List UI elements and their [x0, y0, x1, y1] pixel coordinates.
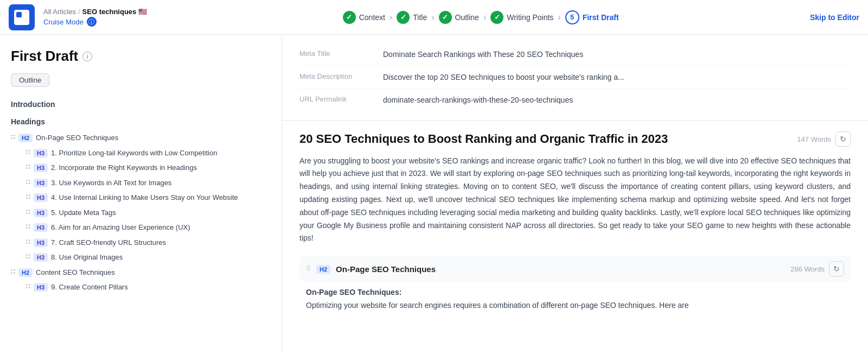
step-title-label: Title: [413, 13, 427, 22]
step-context-label: Context: [359, 13, 385, 22]
meta-title-value: Dominate Search Rankings with These 20 S…: [383, 49, 583, 60]
introduction-section: Introduction: [11, 100, 271, 109]
section-word-count-area: 286 Words ↻: [790, 261, 844, 276]
drag-handle[interactable]: [26, 282, 30, 288]
h3-badge: H3: [34, 238, 48, 247]
outline-button[interactable]: Outline: [11, 73, 49, 87]
step-arrow-1: ›: [390, 12, 392, 22]
h3-badge: H3: [34, 179, 48, 187]
outline-item-h3-6[interactable]: H3 6. Aim for an Amazing User Experience…: [11, 220, 271, 235]
cruise-mode-button[interactable]: Cruise Mode ⓘ: [43, 17, 147, 27]
outline-item-text: On-Page SEO Techniques: [36, 133, 118, 143]
step-outline-label: Outline: [455, 13, 479, 22]
meta-title-row: Meta Title Dominate Search Rankings with…: [299, 43, 851, 66]
h2-badge: H2: [18, 134, 33, 142]
outline-item-h3-8[interactable]: H3 8. Use Original Images: [11, 250, 271, 265]
meta-description-row: Meta Description Discover the top 20 SEO…: [299, 66, 851, 89]
steps-bar: ✓ Context › ✓ Title › ✓ Outline › ✓ Writ…: [160, 10, 801, 24]
article-title: 20 SEO Techniques to Boost Ranking and O…: [299, 131, 668, 147]
outline-item-text: 4. Use Internal Linking to Make Users St…: [51, 192, 238, 203]
outline-item-h3-1[interactable]: H3 1. Prioritize Long-tail Keywords with…: [11, 146, 271, 161]
drag-handle[interactable]: [26, 178, 30, 184]
drag-handle[interactable]: [26, 207, 30, 214]
step-first-draft-label: First Draft: [583, 13, 619, 22]
outline-item-text: Content SEO Techniques: [36, 267, 115, 278]
step-title[interactable]: ✓ Title: [397, 11, 427, 24]
h3-badge: H3: [34, 149, 48, 157]
drag-handle[interactable]: [26, 222, 30, 229]
headings-section: Headings H2 On-Page SEO Techniques H3 1.…: [11, 117, 271, 295]
step-writing-points[interactable]: ✓ Writing Points: [490, 11, 553, 24]
outline-item-h2-onpage[interactable]: H2 On-Page SEO Techniques: [11, 130, 271, 146]
step-outline-check: ✓: [439, 11, 452, 24]
step-context[interactable]: ✓ Context: [343, 11, 385, 24]
main-layout: First Draft i Outline Introduction Headi…: [0, 35, 868, 353]
section-h2-title: On-Page SEO Techniques: [336, 264, 436, 274]
outline-item-h3-9[interactable]: H3 9. Create Content Pillars: [11, 280, 271, 295]
outline-item-text: 5. Update Meta Tags: [51, 207, 116, 218]
step-arrow-3: ›: [483, 12, 486, 22]
h2-badge: H2: [18, 268, 33, 277]
drag-handle[interactable]: [26, 162, 30, 169]
outline-item-h3-2[interactable]: H3 2. Incorporate the Right Keywords in …: [11, 160, 271, 175]
refresh-button[interactable]: ↻: [835, 131, 851, 147]
h3-badge: H3: [34, 209, 48, 217]
section-block-onpage: ⠿ H2 On-Page SEO Techniques 286 Words ↻ …: [299, 256, 851, 312]
current-article: SEO techniques: [82, 8, 137, 16]
h3-badge: H3: [34, 253, 48, 262]
outline-item-h3-5[interactable]: H3 5. Update Meta Tags: [11, 205, 271, 220]
word-count: 147 Words: [797, 135, 831, 143]
outline-item-h3-3[interactable]: H3 3. Use Keywords in Alt Text for Image…: [11, 175, 271, 191]
drag-handle[interactable]: [11, 133, 15, 139]
info-icon[interactable]: i: [82, 52, 92, 61]
meta-section: Meta Title Dominate Search Rankings with…: [282, 35, 868, 121]
drag-handle[interactable]: [26, 252, 30, 259]
meta-url-value: dominate-search-rankings-with-these-20-s…: [383, 94, 573, 106]
outline-item-text: 7. Craft SEO-friendly URL Structures: [51, 237, 166, 248]
outline-item-h2-content[interactable]: H2 Content SEO Techniques: [11, 265, 271, 280]
step-arrow-2: ›: [431, 12, 434, 22]
intro-paragraph: Are you struggling to boost your website…: [299, 155, 851, 245]
section-header: ⠿ H2 On-Page SEO Techniques 286 Words ↻: [299, 256, 851, 282]
top-navigation: All Articles / SEO techniques 🇺🇸 Cruise …: [0, 0, 868, 35]
breadcrumb-separator: /: [78, 8, 80, 16]
drag-handle[interactable]: [11, 267, 15, 274]
step-first-draft[interactable]: 5 First Draft: [565, 10, 619, 24]
h3-badge: H3: [34, 163, 48, 172]
section-content: On-Page SEO Techniques: Optimizing your …: [299, 286, 851, 312]
cruise-mode-label: Cruise Mode: [43, 18, 84, 26]
section-content-text: Optimizing your website for search engin…: [306, 299, 844, 312]
word-count-area: 147 Words ↻: [797, 131, 851, 147]
outline-item-text: 6. Aim for an Amazing User Experience (U…: [51, 222, 190, 233]
outline-item-h3-7[interactable]: H3 7. Craft SEO-friendly URL Structures: [11, 235, 271, 250]
h3-badge: H3: [34, 283, 48, 292]
drag-handle[interactable]: [26, 192, 30, 199]
outline-item-h3-4[interactable]: H3 4. Use Internal Linking to Make Users…: [11, 190, 271, 205]
meta-description-value: Discover the top 20 SEO techniques to bo…: [383, 72, 624, 83]
meta-description-label: Meta Description: [299, 72, 370, 80]
step-writing-points-check: ✓: [490, 11, 503, 24]
step-writing-points-label: Writing Points: [507, 13, 553, 22]
step-outline[interactable]: ✓ Outline: [439, 11, 479, 24]
section-h2-badge: H2: [316, 265, 330, 274]
meta-url-label: URL Permalink: [299, 94, 370, 103]
content-area: Meta Title Dominate Search Rankings with…: [282, 35, 868, 353]
drag-handle[interactable]: [26, 148, 30, 154]
skip-to-editor-link[interactable]: Skip to Editor: [810, 13, 859, 22]
step-arrow-4: ›: [558, 12, 560, 22]
section-word-count: 286 Words: [790, 265, 825, 273]
all-articles-link[interactable]: All Articles: [43, 8, 76, 16]
section-header-left: ⠿ H2 On-Page SEO Techniques: [306, 264, 436, 274]
drag-handle[interactable]: [26, 237, 30, 244]
outline-item-text: 3. Use Keywords in Alt Text for Images: [51, 178, 171, 188]
step-context-check: ✓: [343, 11, 356, 24]
outline-item-text: 1. Prioritize Long-tail Keywords with Lo…: [51, 148, 217, 159]
section-drag-handle[interactable]: ⠿: [306, 265, 311, 273]
outline-item-text: 2. Incorporate the Right Keywords in Hea…: [51, 162, 197, 173]
article-title-row: 20 SEO Techniques to Boost Ranking and O…: [299, 131, 851, 147]
section-refresh-button[interactable]: ↻: [829, 261, 844, 276]
step-title-check: ✓: [397, 11, 410, 24]
article-body: 20 SEO Techniques to Boost Ranking and O…: [282, 121, 868, 332]
headings-label: Headings: [11, 117, 271, 126]
app-logo[interactable]: [9, 4, 35, 30]
